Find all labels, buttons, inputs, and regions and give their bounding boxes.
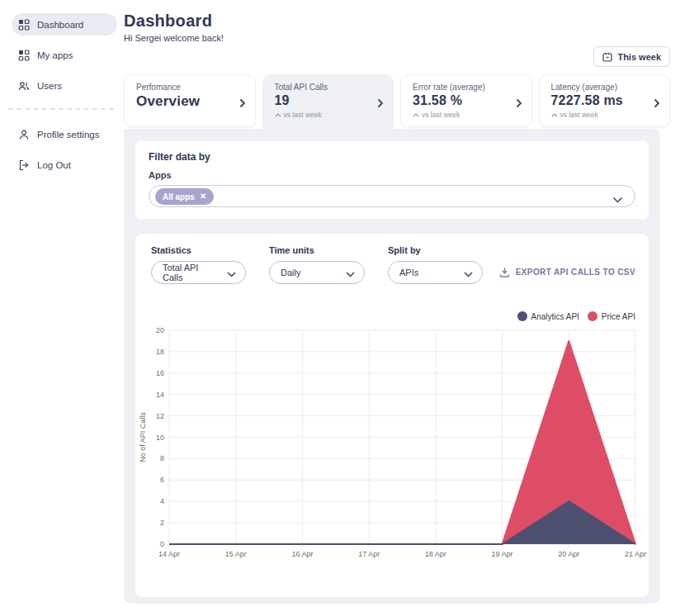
users-icon (18, 80, 30, 92)
time-units-select[interactable]: Daily (269, 261, 365, 284)
svg-text:20 Apr: 20 Apr (558, 550, 579, 558)
sidebar-item-log-out[interactable]: Log Out (12, 154, 117, 176)
page-title: Dashboard (124, 12, 212, 31)
time-units-control: Time units Daily (269, 245, 365, 284)
chevron-right-icon (654, 97, 660, 111)
tab-trend: vs last week (551, 111, 649, 119)
chart-controls: Statistics Total API Calls Time units Da… (151, 245, 483, 284)
svg-text:19 Apr: 19 Apr (492, 550, 513, 558)
chevron-down-icon (464, 269, 473, 279)
sidebar-item-label: Log Out (37, 160, 71, 170)
legend-item-analytics-api: Analytics API (517, 311, 579, 321)
chevron-down-icon (227, 269, 236, 279)
export-csv-button[interactable]: EXPORT API CALLS TO CSV (499, 267, 635, 277)
svg-text:8: 8 (160, 454, 164, 462)
tab-value: 19 (275, 93, 372, 108)
grid-icon (18, 19, 30, 31)
svg-text:No of API Calls: No of API Calls (139, 412, 147, 462)
page-subtitle: Hi Sergei welcome back! (124, 33, 224, 43)
legend-dot (517, 311, 527, 321)
download-icon (499, 267, 510, 277)
tab-performance-overview[interactable]: Perfomance Overview (124, 74, 256, 127)
sidebar-item-label: Dashboard (37, 20, 83, 30)
statistics-card: Statistics Total API Calls Time units Da… (135, 234, 649, 597)
grid-icon (18, 50, 30, 61)
calendar-icon (602, 52, 612, 62)
legend-dot (588, 311, 597, 321)
svg-text:16 Apr: 16 Apr (291, 550, 313, 558)
tab-label: Latency (average) (551, 83, 649, 92)
svg-text:4: 4 (160, 497, 164, 505)
logout-icon (18, 159, 30, 171)
close-icon[interactable]: ✕ (200, 192, 206, 201)
sidebar-item-label: Users (37, 81, 62, 91)
person-icon (18, 129, 30, 140)
chart-area: 0246810121416182014 Apr15 Apr16 Apr17 Ap… (135, 312, 647, 560)
chevron-down-icon (346, 269, 355, 279)
legend-item-price-api: Price API (588, 311, 635, 321)
tab-label: Total API Calls (275, 83, 372, 92)
tab-label: Perfomance (136, 83, 234, 92)
stat-tabs: Perfomance Overview Total API Calls 19 v… (124, 74, 670, 129)
svg-text:18: 18 (156, 348, 164, 356)
tab-error-rate[interactable]: Error rate (average) 31.58 % vs last wee… (400, 74, 532, 127)
svg-text:14 Apr: 14 Apr (158, 550, 180, 558)
svg-text:2: 2 (160, 519, 164, 527)
tab-value: 7227.58 ms (551, 93, 649, 108)
content-panel: Filter data by Apps All apps ✕ Statistic… (124, 129, 660, 604)
statistics-select[interactable]: Total API Calls (151, 261, 246, 284)
chip-label: All apps (163, 192, 195, 201)
filter-card: Filter data by Apps All apps ✕ (135, 141, 649, 219)
chevron-right-icon (516, 97, 522, 111)
filter-title: Filter data by (149, 151, 635, 163)
statistics-control: Statistics Total API Calls (151, 245, 246, 284)
svg-text:12: 12 (156, 412, 164, 420)
svg-text:14: 14 (156, 391, 164, 399)
split-by-control: Split by APIs (388, 245, 483, 284)
split-by-label: Split by (388, 245, 483, 255)
apps-filter-input[interactable]: All apps ✕ (149, 185, 635, 207)
sidebar: Dashboard My apps Users Profile settings (0, 0, 124, 616)
api-calls-chart: 0246810121416182014 Apr15 Apr16 Apr17 Ap… (135, 312, 647, 560)
split-by-select[interactable]: APIs (388, 261, 483, 284)
chart-legend: Analytics API Price API (517, 311, 636, 321)
sidebar-item-my-apps[interactable]: My apps (12, 44, 117, 66)
svg-text:0: 0 (160, 540, 164, 548)
all-apps-chip[interactable]: All apps ✕ (155, 188, 214, 205)
sidebar-item-users[interactable]: Users (12, 74, 117, 97)
tab-label: Error rate (average) (413, 83, 510, 92)
tab-total-api-calls[interactable]: Total API Calls 19 vs last week (262, 74, 394, 129)
svg-text:18 Apr: 18 Apr (425, 550, 446, 558)
svg-text:17 Apr: 17 Apr (358, 550, 380, 558)
dashboard-page: Dashboard My apps Users Profile settings (0, 0, 680, 616)
chevron-right-icon (239, 97, 246, 111)
chevron-up-icon (551, 111, 558, 119)
svg-text:20: 20 (156, 326, 164, 334)
sidebar-divider (8, 108, 114, 110)
tab-trend: vs last week (275, 111, 372, 119)
chevron-right-icon (377, 97, 384, 111)
tab-latency[interactable]: Latency (average) 7227.58 ms vs last wee… (539, 74, 671, 127)
tab-value: 31.58 % (413, 93, 510, 108)
apps-filter-label: Apps (149, 170, 635, 180)
svg-text:10: 10 (156, 434, 164, 442)
sidebar-item-profile-settings[interactable]: Profile settings (12, 123, 117, 145)
tab-trend: vs last week (413, 111, 510, 119)
svg-text:15 Apr: 15 Apr (225, 550, 247, 558)
time-units-label: Time units (269, 245, 365, 255)
export-csv-label: EXPORT API CALLS TO CSV (516, 268, 635, 277)
svg-text:6: 6 (160, 476, 164, 484)
tab-value: Overview (136, 93, 234, 110)
period-selector-label: This week (617, 52, 661, 62)
period-selector-button[interactable]: This week (593, 46, 670, 67)
sidebar-item-label: Profile settings (37, 130, 99, 140)
statistics-label: Statistics (151, 245, 246, 255)
chevron-down-icon[interactable] (612, 192, 623, 206)
svg-text:16: 16 (156, 369, 164, 377)
sidebar-item-dashboard[interactable]: Dashboard (12, 13, 117, 36)
sidebar-item-label: My apps (37, 50, 73, 60)
chevron-up-icon (275, 111, 281, 119)
svg-text:21 Apr: 21 Apr (625, 550, 646, 558)
chevron-up-icon (413, 111, 419, 119)
